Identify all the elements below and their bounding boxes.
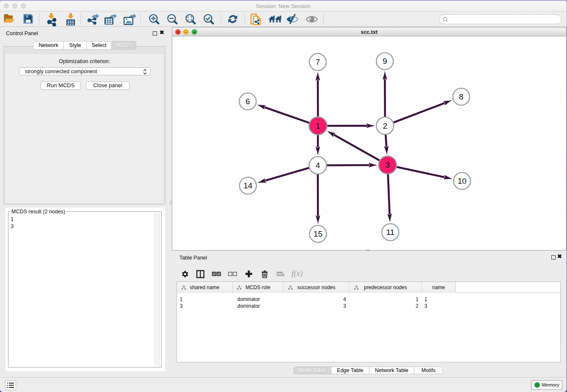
svg-text:15: 15	[314, 229, 322, 238]
svg-text:9: 9	[383, 57, 387, 66]
svg-text:1: 1	[316, 121, 320, 130]
svg-text:2: 2	[383, 121, 388, 130]
svg-text:3: 3	[385, 160, 390, 169]
svg-text:8: 8	[459, 92, 464, 101]
svg-text:6: 6	[245, 97, 250, 106]
svg-text:10: 10	[457, 177, 466, 185]
svg-text:14: 14	[243, 181, 253, 190]
svg-text:11: 11	[386, 228, 395, 237]
svg-text:7: 7	[316, 58, 320, 66]
svg-text:4: 4	[316, 161, 320, 170]
